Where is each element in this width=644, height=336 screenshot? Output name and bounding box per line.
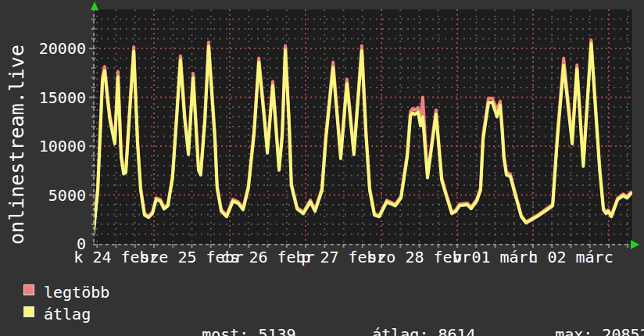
stat-average: átlag:8614 — [335, 304, 476, 336]
y-axis-arrow-icon — [91, 2, 98, 10]
stat-max-value: 20852 — [602, 325, 644, 336]
y-tick-label: 5000 — [8, 185, 86, 206]
x-day-label: h 02 márc — [528, 247, 613, 267]
rrd-graph: onlinestream.live 05000100001500020000 k… — [0, 0, 644, 336]
legend-swatch-max — [23, 284, 34, 295]
x-axis-arrow-icon — [631, 240, 639, 249]
x-day-label: v 01 márc — [453, 247, 537, 267]
y-tick-label: 15000 — [8, 88, 86, 108]
stat-average-label: átlag: — [372, 325, 428, 336]
legend-label-max: legtöbb — [44, 282, 109, 302]
stat-current: most:5139 — [164, 304, 296, 336]
stat-current-label: most: — [202, 325, 249, 336]
legend-swatch-avg — [23, 306, 34, 317]
stat-average-value: 8614 — [438, 325, 475, 336]
y-tick-label: 20000 — [8, 38, 86, 59]
stat-current-value: 5139 — [258, 325, 295, 336]
legend-label-avg: átlag — [44, 304, 91, 324]
y-tick-label: 10000 — [8, 136, 86, 156]
stat-max: max:20852 — [517, 304, 644, 336]
stat-max-label: max: — [555, 325, 592, 336]
